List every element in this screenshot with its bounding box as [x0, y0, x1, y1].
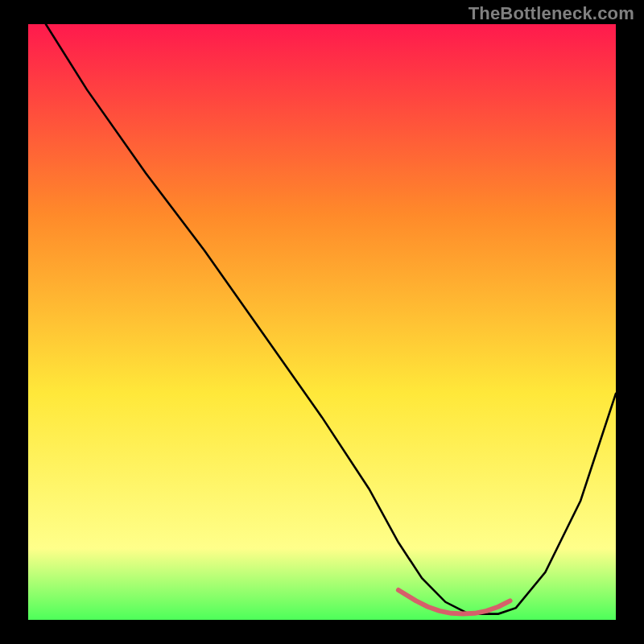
- chart-svg: [28, 24, 616, 620]
- watermark-text: TheBottleneck.com: [469, 3, 634, 24]
- chart-frame: TheBottleneck.com: [0, 0, 644, 644]
- gradient-background: [28, 24, 616, 620]
- plot-area: [28, 24, 616, 620]
